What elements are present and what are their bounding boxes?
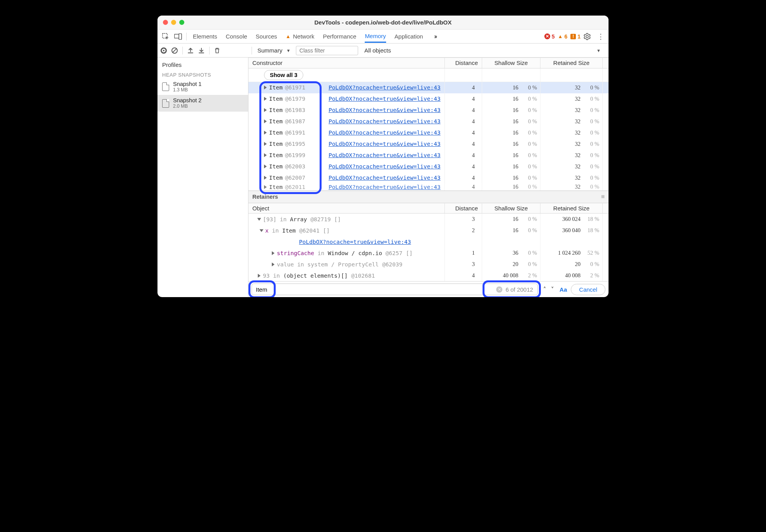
tab-memory[interactable]: Memory bbox=[365, 30, 386, 43]
tab-performance[interactable]: Performance bbox=[323, 31, 357, 42]
tab-network[interactable]: ▲Network bbox=[286, 31, 315, 42]
expand-triangle-icon[interactable] bbox=[257, 218, 261, 220]
view-mode-dropdown[interactable]: Summary ▼ bbox=[255, 46, 293, 54]
shallow-size-value: 16 bbox=[513, 152, 519, 159]
search-result-count: ✕ 6 of 20012 bbox=[496, 286, 533, 293]
clear-search-icon[interactable]: ✕ bbox=[496, 286, 502, 292]
expand-triangle-icon[interactable] bbox=[272, 251, 275, 255]
retainer-row[interactable]: stringCache in Window / cdpn.io @6257 []… bbox=[248, 247, 609, 259]
retainer-path: x in Item @62041 [] bbox=[265, 228, 330, 234]
retainers-menu-icon[interactable]: ≡ bbox=[601, 193, 605, 200]
load-profile-icon[interactable] bbox=[187, 47, 194, 54]
expand-triangle-icon[interactable] bbox=[264, 131, 267, 135]
shallow-size-pct: 2 % bbox=[522, 272, 537, 279]
warning-count-badge[interactable]: ▲ 6 bbox=[558, 33, 568, 40]
column-retained-size[interactable]: Retained Size bbox=[540, 203, 602, 214]
column-object[interactable]: Object bbox=[248, 205, 444, 212]
source-link[interactable]: PoLdbOX?nocache=true&view=live:43 bbox=[329, 163, 441, 170]
tab-application[interactable]: Application bbox=[395, 31, 423, 42]
expand-triangle-icon[interactable] bbox=[264, 153, 267, 157]
source-link[interactable]: PoLdbOX?nocache=true&view=live:43 bbox=[329, 96, 441, 102]
column-distance[interactable]: Distance bbox=[444, 58, 482, 68]
all-objects-dropdown[interactable]: All objects bbox=[364, 47, 391, 54]
source-link[interactable]: PoLdbOX?nocache=true&view=live:43 bbox=[329, 118, 441, 124]
source-link[interactable]: PoLdbOX?nocache=true&view=live:43 bbox=[329, 141, 441, 147]
source-link[interactable]: PoLdbOX?nocache=true&view=live:43 bbox=[329, 107, 441, 113]
search-count-label: 6 of 20012 bbox=[505, 286, 533, 293]
match-case-toggle[interactable]: Aa bbox=[560, 286, 567, 293]
source-link[interactable]: PoLdbOX?nocache=true&view=live:43 bbox=[329, 84, 441, 91]
expand-triangle-icon[interactable] bbox=[264, 176, 267, 180]
expand-triangle-icon[interactable] bbox=[260, 229, 264, 232]
retainer-row[interactable]: PoLdbOX?nocache=true&view=live:43 bbox=[248, 236, 609, 247]
inspect-element-icon[interactable] bbox=[160, 31, 171, 42]
column-shallow-size[interactable]: Shallow Size bbox=[482, 203, 540, 214]
panel-tab-list: ElementsConsoleSources▲NetworkPerformanc… bbox=[193, 30, 423, 42]
issues-count-badge[interactable]: ! 1 bbox=[570, 33, 581, 40]
show-all-button[interactable]: Show all 3 bbox=[264, 70, 303, 80]
retainer-row[interactable]: value in system / PropertyCell @62039 3 … bbox=[248, 259, 609, 270]
heap-object-row[interactable]: Item @62011 PoLdbOX?nocache=true&view=li… bbox=[248, 184, 609, 191]
heap-object-row[interactable]: Item @61983 PoLdbOX?nocache=true&view=li… bbox=[248, 105, 609, 116]
separator bbox=[186, 33, 187, 40]
column-shallow-size[interactable]: Shallow Size bbox=[482, 58, 540, 68]
class-filter-input[interactable] bbox=[296, 46, 358, 55]
tab-console[interactable]: Console bbox=[226, 31, 247, 42]
retained-size-pct: 18 % bbox=[584, 227, 599, 234]
tab-elements[interactable]: Elements bbox=[193, 31, 217, 42]
cancel-search-button[interactable]: Cancel bbox=[571, 284, 605, 295]
save-profile-icon[interactable] bbox=[198, 47, 205, 54]
source-link[interactable]: PoLdbOX?nocache=true&view=live:43 bbox=[329, 152, 441, 158]
retainer-row[interactable]: x in Item @62041 [] 2 160 % 360 04018 % bbox=[248, 225, 609, 236]
expand-triangle-icon[interactable] bbox=[264, 119, 267, 123]
more-panels-chevrons-icon[interactable]: ›› bbox=[429, 31, 441, 42]
expand-triangle-icon[interactable] bbox=[272, 262, 275, 266]
heap-object-row[interactable]: Item @61995 PoLdbOX?nocache=true&view=li… bbox=[248, 138, 609, 150]
expand-triangle-icon[interactable] bbox=[264, 97, 267, 101]
heap-object-row[interactable]: Item @61991 PoLdbOX?nocache=true&view=li… bbox=[248, 127, 609, 138]
source-link[interactable]: PoLdbOX?nocache=true&view=live:43 bbox=[299, 239, 411, 245]
memory-main-split: Profiles HEAP SNAPSHOTS Snapshot 1 1.3 M… bbox=[157, 58, 609, 297]
search-next-icon[interactable]: ˅ bbox=[549, 285, 556, 294]
settings-gear-icon[interactable] bbox=[584, 33, 595, 40]
tab-sources[interactable]: Sources bbox=[256, 31, 277, 42]
heap-object-row[interactable]: Item @61971 PoLdbOX?nocache=true&view=li… bbox=[248, 82, 609, 93]
retainer-row[interactable]: 93 in (object elements)[] @102681 4 40 0… bbox=[248, 270, 609, 281]
snapshot-item[interactable]: Snapshot 2 2.0 MB bbox=[157, 95, 248, 111]
expand-triangle-icon[interactable] bbox=[264, 86, 267, 89]
snapshot-item[interactable]: Snapshot 1 1.3 MB bbox=[157, 79, 248, 95]
expand-triangle-icon[interactable] bbox=[264, 108, 267, 112]
shallow-size-pct: 0 % bbox=[522, 152, 537, 159]
delete-icon[interactable] bbox=[214, 47, 220, 54]
search-input[interactable] bbox=[252, 284, 538, 295]
heap-object-row[interactable]: Item @61987 PoLdbOX?nocache=true&view=li… bbox=[248, 116, 609, 127]
heap-object-row[interactable]: Item @62007 PoLdbOX?nocache=true&view=li… bbox=[248, 172, 609, 184]
heap-object-row[interactable]: Item @61999 PoLdbOX?nocache=true&view=li… bbox=[248, 150, 609, 161]
chevron-down-icon[interactable]: ▼ bbox=[596, 48, 601, 53]
minimize-window-icon[interactable] bbox=[171, 20, 176, 25]
column-retained-size[interactable]: Retained Size bbox=[540, 58, 602, 68]
column-constructor[interactable]: Constructor bbox=[248, 60, 444, 66]
more-menu-icon[interactable]: ⋮ bbox=[595, 32, 606, 41]
retained-size-pct: 0 % bbox=[584, 163, 599, 170]
heap-object-row[interactable]: Item @62003 PoLdbOX?nocache=true&view=li… bbox=[248, 161, 609, 172]
column-distance[interactable]: Distance bbox=[444, 203, 482, 214]
retained-size-pct: 0 % bbox=[584, 107, 599, 114]
expand-triangle-icon[interactable] bbox=[264, 185, 267, 189]
expand-triangle-icon[interactable] bbox=[264, 142, 267, 146]
record-icon[interactable] bbox=[161, 47, 167, 54]
source-link[interactable]: PoLdbOX?nocache=true&view=live:43 bbox=[329, 130, 441, 136]
device-toolbar-icon[interactable] bbox=[172, 31, 184, 42]
expand-triangle-icon[interactable] bbox=[264, 164, 267, 168]
expand-triangle-icon[interactable] bbox=[258, 274, 261, 278]
close-window-icon[interactable] bbox=[163, 20, 168, 25]
source-link[interactable]: PoLdbOX?nocache=true&view=live:43 bbox=[329, 184, 441, 190]
search-prev-icon[interactable]: ˄ bbox=[542, 285, 548, 294]
tab-label: Performance bbox=[323, 33, 357, 40]
zoom-window-icon[interactable] bbox=[179, 20, 184, 25]
clear-icon[interactable] bbox=[171, 47, 178, 54]
retainer-row[interactable]: [93] in Array @82719 [] 3 160 % 360 0241… bbox=[248, 214, 609, 225]
heap-object-row[interactable]: Item @61979 PoLdbOX?nocache=true&view=li… bbox=[248, 93, 609, 105]
source-link[interactable]: PoLdbOX?nocache=true&view=live:43 bbox=[329, 175, 441, 181]
error-count-badge[interactable]: ✕ 5 bbox=[544, 33, 555, 40]
